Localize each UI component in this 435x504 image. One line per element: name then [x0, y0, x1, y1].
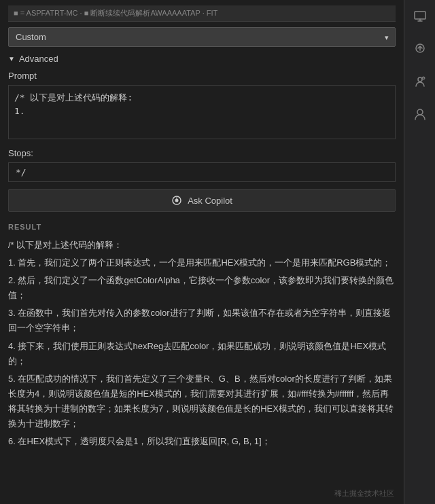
user-icon[interactable]: [409, 103, 431, 125]
result-label: RESULT: [8, 223, 396, 231]
prompt-textarea[interactable]: /* 以下是对上述代码的解释: 1.: [8, 85, 396, 139]
prompt-field: Prompt /* 以下是对上述代码的解释: 1.: [8, 71, 396, 141]
stops-section: Stops:: [8, 148, 396, 182]
person-settings-icon[interactable]: [409, 71, 431, 92]
copilot-icon: [171, 195, 182, 206]
result-line-2: 2. 然后，我们定义了一个函数getColorAlpha，它接收一个参数colo…: [8, 273, 396, 303]
result-line-6: 6. 在HEX模式下，透明度只会是1，所以我们直接返回[R, G, B, 1]；: [8, 434, 396, 449]
result-line-3: 3. 在函数中，我们首先对传入的参数color进行了判断，如果该值不存在或者为空…: [8, 306, 396, 336]
watermark: 稀土掘金技术社区: [334, 488, 394, 499]
svg-rect-2: [415, 12, 425, 19]
svg-point-6: [417, 109, 423, 115]
result-line-4: 4. 接下来，我们使用正则表达式hexReg去匹配color，如果匹配成功，则说…: [8, 339, 396, 369]
prompt-label: Prompt: [8, 71, 396, 81]
top-bar: ■ = ASPFATRT-MC · ■ 断断续续代码解析AWAAAAATAP ·…: [8, 5, 396, 22]
top-bar-text: ■ = ASPFATRT-MC · ■ 断断续续代码解析AWAAAAATAP ·…: [14, 9, 218, 17]
custom-dropdown[interactable]: Custom: [8, 27, 396, 47]
advanced-section: ▼ Advanced Prompt /* 以下是对上述代码的解释: 1. Sto…: [8, 54, 396, 182]
result-line-1: 1. 首先，我们定义了两个正则表达式，一个是用来匹配HEX模式的，一个是用来匹配…: [8, 255, 396, 270]
stops-input[interactable]: [8, 162, 396, 182]
stops-label: Stops:: [8, 148, 396, 158]
watermark-text: 稀土掘金技术社区: [334, 489, 394, 497]
ask-copilot-button[interactable]: Ask Copilot: [8, 189, 396, 212]
ask-copilot-label: Ask Copilot: [188, 196, 232, 206]
result-line-0: /* 以下是对上述代码的解释：: [8, 238, 396, 253]
triangle-icon: ▼: [8, 55, 15, 62]
main-container: ■ = ASPFATRT-MC · ■ 断断续续代码解析AWAAAAATAP ·…: [0, 0, 435, 504]
advanced-toggle[interactable]: ▼ Advanced: [8, 54, 396, 64]
upload-icon[interactable]: [409, 38, 431, 60]
result-section: RESULT /* 以下是对上述代码的解释： 1. 首先，我们定义了两个正则表达…: [8, 223, 396, 449]
svg-point-4: [418, 77, 422, 82]
sidebar: [404, 0, 435, 504]
monitor-icon[interactable]: [409, 5, 431, 27]
dropdown-wrapper: Custom ▾: [8, 27, 396, 47]
dropdown-section: Custom ▾: [8, 27, 396, 47]
advanced-label: Advanced: [19, 54, 58, 64]
result-line-5: 5. 在匹配成功的情况下，我们首先定义了三个变量R、G、B，然后对color的长…: [8, 372, 396, 431]
result-content: /* 以下是对上述代码的解释： 1. 首先，我们定义了两个正则表达式，一个是用来…: [8, 238, 396, 449]
content-area: ■ = ASPFATRT-MC · ■ 断断续续代码解析AWAAAAATAP ·…: [0, 0, 404, 504]
